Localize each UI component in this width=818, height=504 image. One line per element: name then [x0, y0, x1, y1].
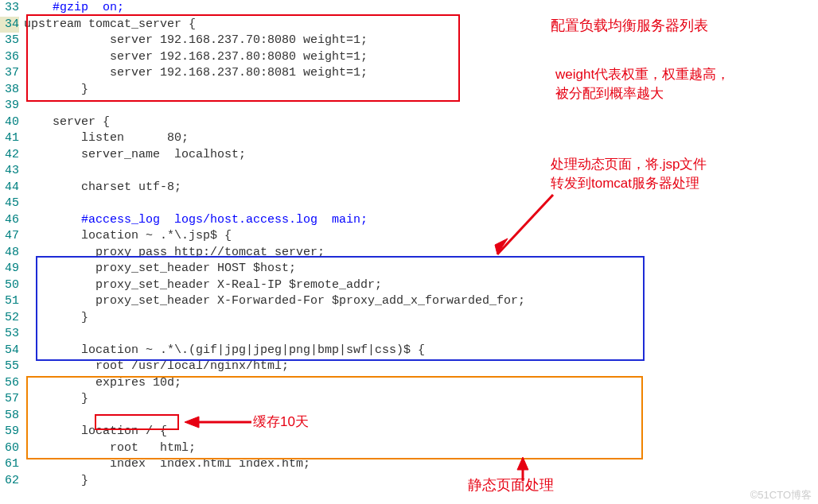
line-number: 62	[0, 473, 19, 490]
annotation-dynamic: 处理动态页面，将.jsp文件 转发到tomcat服务器处理	[551, 155, 707, 193]
code-line: server {	[24, 114, 818, 131]
line-number: 52	[0, 310, 19, 327]
annotation-expires: 缓存10天	[253, 413, 309, 432]
line-number: 46	[0, 212, 19, 229]
line-number: 60	[0, 440, 19, 457]
watermark: ©51CTO博客	[750, 488, 812, 502]
line-number-gutter: 3334353637383940414243444546474849505152…	[0, 0, 24, 489]
code-line: expires 10d;	[24, 375, 818, 392]
code-line: root html;	[24, 440, 818, 457]
line-number: 58	[0, 408, 19, 425]
line-number: 42	[0, 147, 19, 164]
line-number: 56	[0, 375, 19, 392]
code-line: }	[24, 473, 818, 490]
code-line: index index.html index.htm;	[24, 456, 818, 473]
line-number: 36	[0, 49, 19, 66]
code-line: listen 80;	[24, 130, 818, 147]
line-number: 35	[0, 33, 19, 49]
line-number: 37	[0, 65, 19, 82]
code-line: proxy_set_header X-Forwarded-For $proxy_…	[24, 293, 818, 310]
code-line: root /usr/local/nginx/html;	[24, 359, 818, 375]
line-number: 61	[0, 456, 19, 473]
line-number: 45	[0, 196, 19, 212]
code-line: #access_log logs/host.access.log main;	[24, 212, 818, 229]
line-number: 51	[0, 293, 19, 310]
code-line	[24, 326, 818, 343]
code-line: proxy_pass http://tomcat_server;	[24, 245, 818, 262]
line-number: 40	[0, 114, 19, 131]
code-line: proxy_set_header HOST $host;	[24, 261, 818, 277]
line-number: 48	[0, 245, 19, 262]
line-number: 49	[0, 261, 19, 277]
code-line: location / {	[24, 424, 818, 440]
code-line: }	[24, 310, 818, 327]
line-number: 55	[0, 359, 19, 375]
line-number: 39	[0, 98, 19, 114]
code-line: #gzip on;	[24, 0, 818, 17]
annotation-weight: weight代表权重，权重越高， 被分配到概率越大	[555, 65, 730, 103]
code-line: location ~ .*\.jsp$ {	[24, 228, 818, 245]
annotation-static: 静态页面处理	[468, 475, 554, 494]
code-line	[24, 196, 818, 212]
line-number: 41	[0, 130, 19, 147]
line-number: 54	[0, 343, 19, 359]
line-number: 57	[0, 391, 19, 408]
code-line: server 192.168.237.70:8080 weight=1;	[24, 33, 818, 49]
line-number: 44	[0, 180, 19, 196]
annotation-upstream: 配置负载均衡服务器列表	[551, 16, 708, 35]
line-number: 47	[0, 228, 19, 245]
line-number: 33	[0, 0, 19, 17]
code-line	[24, 408, 818, 425]
line-number: 34	[0, 17, 19, 33]
line-number: 53	[0, 326, 19, 343]
code-line: server 192.168.237.80:8080 weight=1;	[24, 49, 818, 66]
code-line: location ~ .*\.(gif|jpg|jpeg|png|bmp|swf…	[24, 343, 818, 359]
line-number: 50	[0, 277, 19, 294]
code-line: proxy_set_header X-Real-IP $remote_addr;	[24, 277, 818, 294]
line-number: 38	[0, 82, 19, 99]
code-line: }	[24, 391, 818, 408]
line-number: 43	[0, 163, 19, 180]
line-number: 59	[0, 424, 19, 440]
